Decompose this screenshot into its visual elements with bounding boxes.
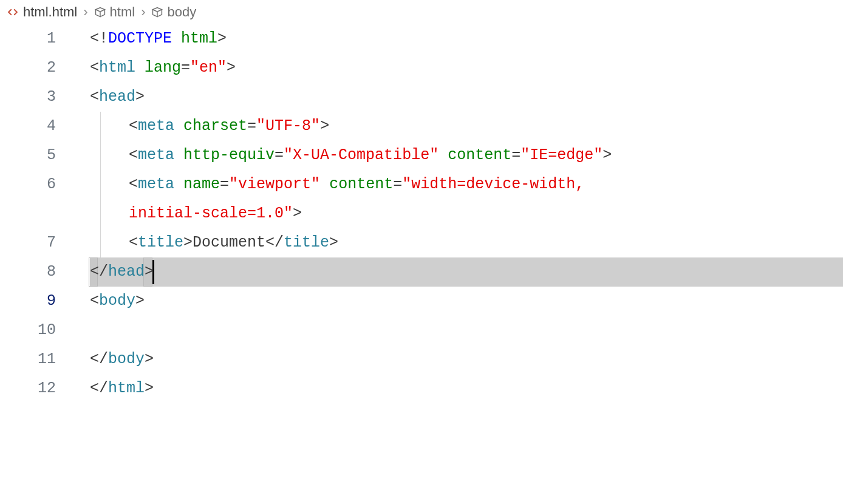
code-line[interactable]: <meta charset="UTF-8"> (72, 112, 843, 141)
code-line[interactable]: <!DOCTYPE html> (72, 24, 843, 53)
line-number: 7 (0, 228, 56, 257)
code-line[interactable]: </head> (72, 257, 843, 287)
line-number: 11 (0, 345, 56, 374)
breadcrumbs: html.html › html › body (0, 0, 843, 24)
breadcrumb-body-label: body (167, 4, 196, 20)
chevron-right-icon: › (141, 4, 145, 20)
line-number: 6 (0, 170, 56, 199)
breadcrumb-file-label: html.html (23, 4, 77, 20)
code-line[interactable]: <title>Document</title> (72, 228, 843, 257)
breadcrumb-element-body[interactable]: body (151, 4, 196, 20)
code-line[interactable]: <body> (72, 287, 843, 316)
file-code-icon (6, 5, 19, 19)
line-number: 8 (0, 257, 56, 287)
line-number (0, 199, 56, 228)
line-number: 2 (0, 53, 56, 83)
code-line[interactable]: </html> (72, 374, 843, 403)
code-line[interactable]: <head> (72, 83, 843, 112)
line-number: 12 (0, 374, 56, 403)
symbol-icon (151, 6, 163, 18)
line-number-gutter: 123456789101112 (0, 24, 72, 403)
line-number: 9 (0, 287, 56, 316)
code-area[interactable]: <!DOCTYPE html><html lang="en"><head><me… (72, 24, 843, 403)
line-number: 1 (0, 24, 56, 53)
code-line[interactable] (72, 316, 843, 345)
code-line[interactable]: <meta http-equiv="X-UA-Compatible" conte… (72, 141, 843, 170)
line-number: 4 (0, 112, 56, 141)
code-line[interactable]: </body> (72, 345, 843, 374)
code-line[interactable]: <html lang="en"> (72, 53, 843, 83)
chevron-right-icon: › (83, 4, 87, 20)
line-number: 3 (0, 83, 56, 112)
symbol-icon (94, 6, 106, 18)
code-line[interactable]: <meta name="viewport" content="width=dev… (72, 170, 843, 199)
code-line[interactable]: initial-scale=1.0"> (72, 199, 843, 228)
breadcrumb-file[interactable]: html.html (6, 4, 77, 20)
code-editor[interactable]: 123456789101112 <!DOCTYPE html><html lan… (0, 24, 843, 403)
line-number: 10 (0, 316, 56, 345)
breadcrumb-html-label: html (110, 4, 135, 20)
line-number: 5 (0, 141, 56, 170)
breadcrumb-element-html[interactable]: html (94, 4, 135, 20)
